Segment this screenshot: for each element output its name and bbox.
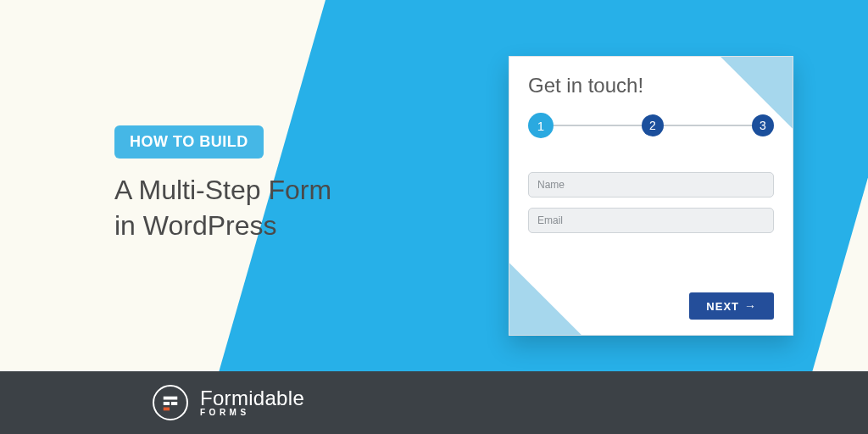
svg-rect-2 xyxy=(171,402,177,405)
brand-wordmark: Formidable FORMS xyxy=(200,388,304,417)
headline: A Multi-Step Form in WordPress xyxy=(114,173,331,243)
form-card: Get in touch! 1 2 3 NEXT → xyxy=(509,56,793,336)
step-progress: 1 2 3 xyxy=(528,113,774,138)
step-indicator-2[interactable]: 2 xyxy=(642,114,664,136)
next-button[interactable]: NEXT → xyxy=(689,292,774,320)
next-button-label: NEXT xyxy=(706,300,739,313)
arrow-right-icon: → xyxy=(744,299,757,313)
step-indicator-3[interactable]: 3 xyxy=(752,114,774,136)
promo-canvas: HOW TO BUILD A Multi-Step Form in WordPr… xyxy=(0,0,868,434)
svg-rect-1 xyxy=(164,402,170,405)
card-title: Get in touch! xyxy=(528,74,774,97)
brand-logo-icon xyxy=(153,385,188,420)
step-connector xyxy=(554,125,642,126)
svg-rect-0 xyxy=(164,397,178,400)
category-pill: HOW TO BUILD xyxy=(114,125,264,159)
headline-line-1: A Multi-Step Form xyxy=(114,173,331,209)
step-indicator-1[interactable]: 1 xyxy=(528,113,554,138)
name-field[interactable] xyxy=(528,172,774,198)
email-field[interactable] xyxy=(528,208,774,233)
brand-subtitle: FORMS xyxy=(200,409,304,417)
headline-line-2: in WordPress xyxy=(114,209,331,244)
svg-rect-3 xyxy=(164,408,170,411)
brand-name: Formidable xyxy=(200,388,304,409)
brand-footer: Formidable FORMS xyxy=(0,371,868,434)
step-connector xyxy=(664,125,752,126)
